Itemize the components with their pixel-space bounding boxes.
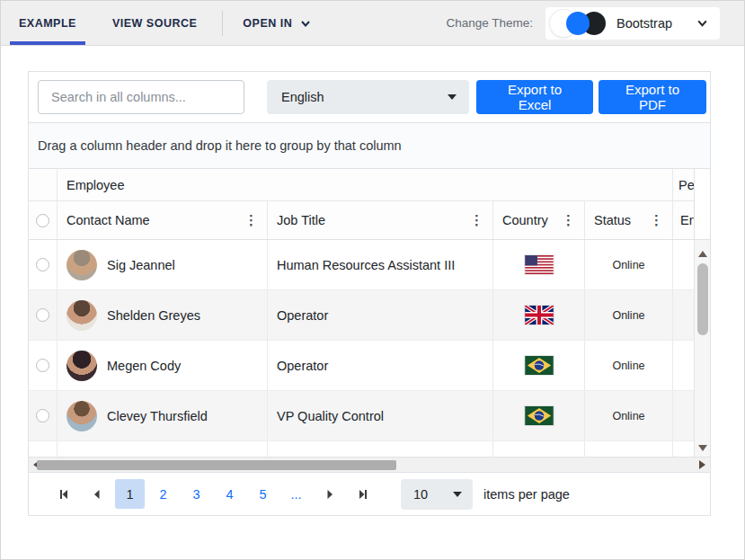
- page-size-dropdown[interactable]: 10: [401, 479, 473, 510]
- job-title-cell: [268, 441, 493, 457]
- row-select-cell: [29, 341, 58, 390]
- page-button-1[interactable]: 1: [115, 479, 145, 509]
- top-bar: EXAMPLE VIEW SOURCE OPEN IN Change Theme…: [1, 1, 744, 46]
- vertical-scrollbar[interactable]: [694, 240, 710, 457]
- topbar-divider: [222, 11, 223, 36]
- page-size-value: 10: [413, 487, 453, 502]
- avatar: [67, 300, 97, 331]
- flag-br-icon: [525, 356, 554, 375]
- language-selected-value: English: [281, 90, 448, 104]
- group-header-performance[interactable]: Per: [673, 169, 694, 200]
- table-row[interactable]: Megen Cody Operator Online: [29, 341, 694, 391]
- previous-page-button[interactable]: [82, 479, 111, 509]
- caret-down-icon: [453, 492, 462, 497]
- contact-name-cell: Clevey Thursfield: [58, 391, 268, 440]
- open-in-label: OPEN IN: [243, 17, 292, 30]
- table-row[interactable]: Sig Jeannel Human Resources Assistant II…: [29, 240, 694, 290]
- column-header-country[interactable]: Country ⋮: [493, 201, 585, 239]
- column-header-status[interactable]: Status ⋮: [585, 201, 673, 239]
- column-header-job-title-label: Job Title: [277, 213, 468, 227]
- group-drop-area[interactable]: Drag a column header and drop it here to…: [29, 123, 710, 169]
- tab-example-label: EXAMPLE: [19, 17, 76, 30]
- tab-view-source-label: VIEW SOURCE: [112, 17, 197, 30]
- status-text: Online: [612, 259, 644, 271]
- scroll-down-arrow-icon[interactable]: [698, 445, 707, 451]
- open-in-dropdown[interactable]: OPEN IN: [230, 17, 324, 30]
- column-header-engagement[interactable]: Eng: [673, 201, 694, 239]
- contact-name-cell: Shelden Greyes: [58, 290, 268, 340]
- column-menu-icon[interactable]: ⋮: [560, 212, 577, 228]
- scrollbar-header-filler: [694, 169, 710, 240]
- data-grid: English Export to Excel Export to PDF Dr…: [28, 71, 711, 516]
- row-checkbox[interactable]: [36, 308, 49, 322]
- row-select-cell: [29, 441, 58, 457]
- job-title-cell: VP Quality Control: [268, 391, 493, 440]
- group-header-performance-label: Per: [678, 178, 694, 192]
- contact-name-text: Shelden Greyes: [107, 308, 200, 323]
- column-header-contact-name-label: Contact Name: [67, 213, 243, 227]
- select-all-checkbox[interactable]: [36, 214, 49, 227]
- engagement-cell: [673, 391, 694, 440]
- row-checkbox[interactable]: [36, 409, 49, 422]
- column-header-job-title[interactable]: Job Title ⋮: [268, 201, 493, 239]
- grid-header: Employee Per Contact Name ⋮ Job Title ⋮: [29, 169, 710, 240]
- avatar: [67, 351, 97, 381]
- status-cell: Online: [585, 290, 673, 340]
- engagement-cell: [673, 290, 694, 340]
- status-text: Online: [612, 410, 644, 422]
- tab-example[interactable]: EXAMPLE: [1, 1, 94, 45]
- job-title-text: Human Resources Assistant III: [277, 258, 455, 272]
- table-row-partial[interactable]: [29, 441, 694, 457]
- last-page-button[interactable]: [348, 479, 377, 509]
- row-checkbox[interactable]: [36, 258, 49, 271]
- page-button-more[interactable]: ...: [281, 479, 311, 509]
- column-header-country-label: Country: [502, 213, 560, 227]
- select-all-cell: [29, 201, 58, 239]
- chevron-down-icon: [696, 16, 709, 30]
- group-header-employee-label: Employee: [67, 178, 665, 192]
- country-cell: [493, 240, 585, 289]
- vertical-scrollbar-thumb[interactable]: [697, 263, 708, 335]
- column-header-contact-name[interactable]: Contact Name ⋮: [58, 201, 268, 239]
- row-select-cell: [29, 391, 58, 440]
- page-button-2[interactable]: 2: [148, 479, 178, 509]
- horizontal-scrollbar[interactable]: [29, 457, 710, 472]
- export-pdf-button[interactable]: Export to PDF: [599, 80, 706, 114]
- column-menu-icon[interactable]: ⋮: [243, 212, 260, 228]
- search-input[interactable]: [38, 80, 244, 114]
- page-button-4[interactable]: 4: [215, 479, 244, 509]
- country-cell: [493, 290, 585, 340]
- flag-br-icon: [525, 406, 554, 425]
- column-header-status-label: Status: [594, 213, 648, 227]
- group-spacer-cell: [29, 169, 58, 200]
- contact-name-text: Clevey Thursfield: [107, 409, 208, 423]
- grid-pager: 1 2 3 4 5 ... 10 items per page: [29, 472, 710, 515]
- grid-toolbar: English Export to Excel Export to PDF: [29, 72, 710, 123]
- horizontal-scrollbar-thumb[interactable]: [37, 460, 396, 470]
- table-row[interactable]: Clevey Thursfield VP Quality Control Onl…: [29, 391, 694, 441]
- table-row[interactable]: Shelden Greyes Operator Online: [29, 290, 694, 341]
- column-menu-icon[interactable]: ⋮: [468, 212, 485, 228]
- column-menu-icon[interactable]: ⋮: [648, 212, 665, 228]
- row-checkbox[interactable]: [36, 359, 49, 372]
- scroll-right-arrow-icon[interactable]: [699, 460, 705, 469]
- first-page-button[interactable]: [49, 479, 78, 509]
- page-button-3[interactable]: 3: [182, 479, 211, 509]
- theme-chooser-dropdown[interactable]: Bootstrap: [545, 7, 720, 40]
- scroll-up-arrow-icon[interactable]: [698, 251, 707, 257]
- language-dropdown[interactable]: English: [267, 80, 469, 114]
- tab-view-source[interactable]: VIEW SOURCE: [94, 1, 215, 45]
- avatar: [67, 250, 97, 280]
- status-cell: Online: [585, 240, 673, 289]
- next-page-button[interactable]: [315, 479, 344, 509]
- country-cell: [493, 441, 585, 457]
- country-cell: [493, 341, 585, 390]
- page-button-5[interactable]: 5: [248, 479, 278, 509]
- export-excel-button[interactable]: Export to Excel: [476, 80, 593, 114]
- row-select-cell: [29, 240, 58, 289]
- group-header-employee[interactable]: Employee: [58, 169, 673, 200]
- status-cell: Online: [585, 391, 673, 440]
- row-select-cell: [29, 290, 58, 340]
- contact-name-cell: [58, 441, 268, 457]
- flag-us-icon: [525, 255, 554, 274]
